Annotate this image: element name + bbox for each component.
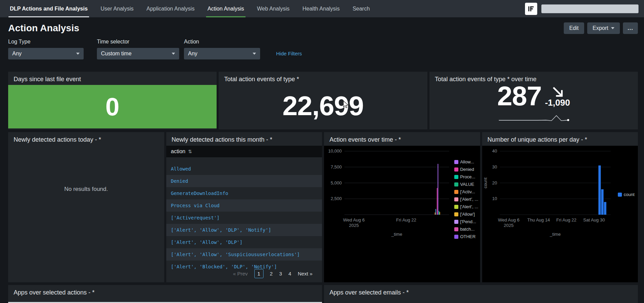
legend-swatch xyxy=(454,197,458,201)
page-button-2[interactable]: 2 xyxy=(270,271,273,277)
total-events-value: 22,699 xyxy=(283,90,364,122)
page-button-3[interactable]: 3 xyxy=(279,271,282,277)
column-header-action: action xyxy=(171,148,186,155)
legend-label: OTHER xyxy=(460,234,476,239)
nav-tab-user-analysis[interactable]: User Analysis xyxy=(94,0,140,17)
action-value-link[interactable]: ['Alert', 'Allow', 'Suspicioususerlocati… xyxy=(171,252,300,257)
legend-item-pend[interactable]: ['Pend... xyxy=(454,219,478,224)
legend-item-alert[interactable]: ['Alert', ... xyxy=(454,197,478,202)
legend-swatch xyxy=(454,167,458,172)
global-search-input[interactable] xyxy=(541,4,639,13)
legend-swatch xyxy=(618,193,622,197)
legend-item-activ[interactable]: ['Activ... xyxy=(454,189,478,194)
legend-swatch xyxy=(454,182,458,186)
table-row: GenerateDownloadInfo xyxy=(166,187,322,199)
action-value-link[interactable]: GenerateDownloadInfo xyxy=(171,191,228,196)
panel-total-events-over-time: Total action events of type * over time … xyxy=(429,72,638,129)
page-button-4[interactable]: 4 xyxy=(288,271,291,277)
days-since-value-block: 0 xyxy=(8,85,217,128)
panel-title: Total action events of type * xyxy=(219,72,427,83)
total-events-value-block: 22,699 xyxy=(219,85,427,127)
time-selector-dropdown[interactable]: Custom time xyxy=(97,48,179,59)
svg-text:2025: 2025 xyxy=(349,223,359,228)
nav-tab-application-analysis[interactable]: Application Analysis xyxy=(140,0,201,17)
nav-tab-search[interactable]: Search xyxy=(346,0,376,17)
page-body: Action Analysis Edit Export ... Log Type… xyxy=(0,22,644,303)
hide-filters-link[interactable]: Hide Filters xyxy=(276,51,302,56)
legend-item-value[interactable]: VALUE xyxy=(454,182,478,187)
legend-item-allow[interactable]: Allow... xyxy=(454,159,478,164)
legend-item-denied[interactable]: Denied xyxy=(454,167,478,172)
log-type-dropdown[interactable]: Any xyxy=(8,48,84,59)
sparkline xyxy=(498,114,569,125)
edit-button[interactable]: Edit xyxy=(564,22,584,34)
page-button-1[interactable]: 1 xyxy=(254,269,264,278)
prev-page-button[interactable]: « Prev xyxy=(233,271,248,277)
table-spacer xyxy=(166,157,322,163)
legend-item-batch[interactable]: batch... xyxy=(454,227,478,232)
legend-item-alert[interactable]: ['Alert', ... xyxy=(454,204,478,209)
trend-indicator: -1,090 xyxy=(545,85,570,108)
filters-bar: Log Type Any Time selector Custom time A… xyxy=(8,39,638,59)
action-value-link[interactable]: ['Alert', 'Allow', 'DLP'] xyxy=(171,239,243,245)
legend-label: Proce... xyxy=(460,174,475,179)
events-chart-area: 2,5005,0007,50010,000Wed Aug 62025Fri Au… xyxy=(324,146,480,282)
bottom-row: Apps over selected actions - * Apps over… xyxy=(8,285,638,303)
no-results-message: No results found. xyxy=(8,186,164,193)
action-dropdown[interactable]: Any xyxy=(184,48,260,59)
events-legend: Allow...DeniedProce...VALUE['Activ...['A… xyxy=(454,159,478,239)
bars-chart-area: 10203040Wed Aug 62025Thu Aug 14Fri Aug 2… xyxy=(482,146,638,282)
chevron-down-icon xyxy=(76,53,80,55)
action-value-link[interactable]: ['Alert', 'Blocked', 'DLP', 'Notify'] xyxy=(171,264,277,269)
sort-icon: ⇅ xyxy=(188,149,192,154)
action-value-link[interactable]: ['Activerequest'] xyxy=(171,215,220,220)
action-filter-label: Action xyxy=(184,39,260,45)
action-value-link[interactable]: Process via Cloud xyxy=(171,203,220,208)
legend-item-allow[interactable]: ['Allow'] xyxy=(454,212,478,217)
table-row: Allowed xyxy=(166,163,322,175)
single-value-row: Days since last file event 0 Total actio… xyxy=(8,72,638,129)
legend-label: count xyxy=(624,192,634,197)
panel-title: Newly detected actions this month - * xyxy=(166,132,322,143)
logo-icon xyxy=(527,5,535,13)
action-value-link[interactable]: Allowed xyxy=(171,166,191,172)
pagination-pages: 1234 xyxy=(254,269,291,278)
panel-title: Number of unique actions per day - * xyxy=(482,132,638,143)
app-logo[interactable] xyxy=(525,3,537,15)
svg-text:10,000: 10,000 xyxy=(328,148,342,154)
table-row: ['Alert', 'Allow', 'Suspicioususerlocati… xyxy=(166,248,322,261)
nav-tab-health-analysis[interactable]: Health Analysis xyxy=(296,0,346,17)
top-navbar: DLP Actions and File AnalysisUser Analys… xyxy=(0,0,644,17)
legend-swatch xyxy=(454,235,458,239)
action-value-link[interactable]: ['Alert', 'Allow', 'DLP', 'Notify'] xyxy=(171,227,271,233)
action-value-link[interactable]: Denied xyxy=(171,178,188,184)
chevron-down-icon xyxy=(172,53,175,55)
table-row: ['Alert', 'Allow', 'DLP', 'Notify'] xyxy=(166,224,322,236)
more-options-button[interactable]: ... xyxy=(623,22,638,34)
table-row: ['Alert', 'Allow', 'DLP'] xyxy=(166,236,322,248)
next-page-button[interactable]: Next » xyxy=(298,271,312,277)
log-type-filter: Log Type Any xyxy=(8,39,84,59)
panel-title: Apps over selected emails - * xyxy=(324,285,638,296)
time-selector-label: Time selector xyxy=(97,39,179,45)
export-button[interactable]: Export xyxy=(587,22,620,34)
nav-tab-web-analysis[interactable]: Web Analysis xyxy=(251,0,296,17)
legend-item-count[interactable]: count xyxy=(618,192,634,197)
panel-newly-detected-today: Newly detected actions today - * No resu… xyxy=(8,132,164,282)
nav-tab-dlp-actions-and-file-analysis[interactable]: DLP Actions and File Analysis xyxy=(3,0,94,17)
legend-label: ['Alert', ... xyxy=(460,197,478,202)
nav-tab-action-analysis[interactable]: Action Analysis xyxy=(201,0,251,17)
legend-label: ['Allow'] xyxy=(460,212,475,217)
legend-item-proce[interactable]: Proce... xyxy=(454,174,478,179)
action-filter: Action Any xyxy=(184,39,260,59)
dashboard-screen: DLP Actions and File AnalysisUser Analys… xyxy=(0,0,644,303)
actions-table-header[interactable]: action ⇅ xyxy=(166,146,322,157)
table-row: Denied xyxy=(166,175,322,187)
svg-text:count: count xyxy=(483,177,488,188)
actions-table: action ⇅ AllowedDeniedGenerateDownloadIn… xyxy=(166,146,322,282)
panel-days-since-last-file-event: Days since last file event 0 xyxy=(8,72,217,129)
svg-text:20: 20 xyxy=(492,180,497,185)
action-filter-value: Any xyxy=(188,51,198,57)
legend-item-other[interactable]: OTHER xyxy=(454,234,478,239)
legend-label: Allow... xyxy=(460,159,474,164)
